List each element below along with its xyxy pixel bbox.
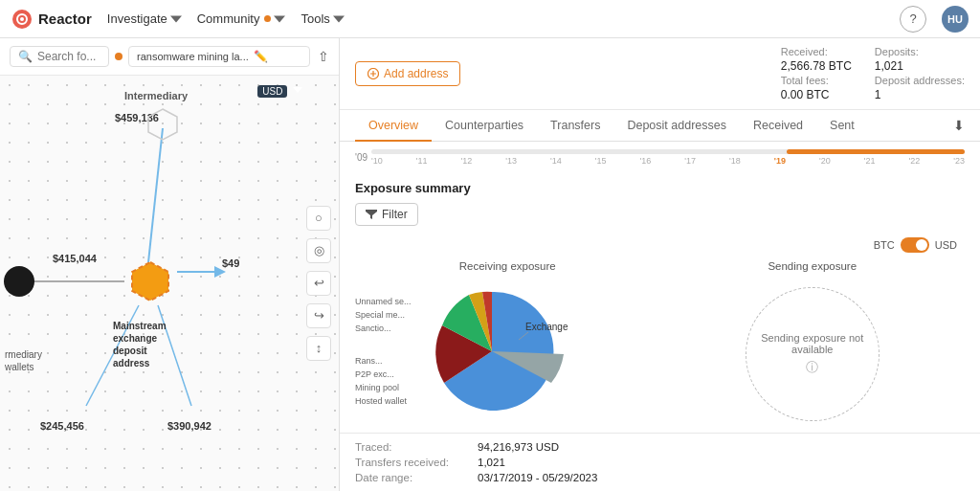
target-tool-button[interactable]: ◎ xyxy=(306,238,331,263)
timeline-track xyxy=(371,149,965,154)
timeline-fill xyxy=(787,149,965,154)
usd-badge-label: USD xyxy=(257,85,287,98)
graph-svg: Intermediary $459,1 xyxy=(0,76,325,487)
transfers-label: Transfers received: xyxy=(355,457,470,468)
nav-community[interactable]: Community xyxy=(197,11,286,26)
pie-label-mining: Mining pool xyxy=(355,383,412,392)
nav-tools[interactable]: Tools xyxy=(301,11,344,26)
label-chip: ransomware mining la... ✏️ xyxy=(128,46,310,67)
svg-point-2 xyxy=(20,17,24,21)
tab-transfers[interactable]: Transfers xyxy=(537,111,613,142)
svg-line-4 xyxy=(148,128,163,262)
info-icon: ⓘ xyxy=(806,359,818,376)
pie-label-rans: Rans... xyxy=(355,356,412,366)
graph-canvas[interactable]: USD Intermediary xyxy=(0,76,339,490)
tab-received[interactable]: Received xyxy=(740,111,816,142)
undo-button[interactable]: ↩ xyxy=(306,271,331,296)
year-labels: '10 '11 '12 '13 '14 '15 '16 '17 '18 '19 … xyxy=(371,156,965,166)
sending-chart-container: Sending exposure not available ⓘ xyxy=(660,278,966,421)
edit-icon[interactable]: ✏️ xyxy=(254,50,268,63)
circle-tool-button[interactable]: ○ xyxy=(306,206,331,231)
sending-unavailable-label: Sending exposure not available ⓘ xyxy=(746,332,879,376)
daterange-label: Date range: xyxy=(355,472,470,483)
traced-value: 94,216,973 USD xyxy=(478,441,559,453)
daterange-value: 03/17/2019 - 05/29/2023 xyxy=(478,472,597,483)
currency-toggle[interactable]: BTC USD xyxy=(874,237,957,253)
address-bar: Add address Received: 2,566.78 BTC Total… xyxy=(340,38,980,110)
receiving-exposure-section: Receiving exposure Unnamed se... Special… xyxy=(355,260,660,426)
footer-row-daterange: Date range: 03/17/2019 - 05/29/2023 xyxy=(355,472,965,483)
timeline-area: '09 '10 '11 '12 '13 '14 '15 '16 '17 '18 … xyxy=(340,142,980,173)
pie-label-unnamed: Unnamed se... xyxy=(355,297,412,306)
tab-counterparties[interactable]: Counterparties xyxy=(432,111,537,142)
reactor-logo-icon xyxy=(11,9,33,30)
sending-chart-title: Sending exposure xyxy=(660,260,966,272)
pie-labels-left: Unnamed se... Special me... Sanctio... R… xyxy=(355,278,412,406)
svg-text:Exchange: Exchange xyxy=(525,322,568,332)
svg-text:$245,456: $245,456 xyxy=(40,420,84,432)
svg-text:deposit: deposit xyxy=(113,346,147,356)
top-navigation: Reactor Investigate Community Tools ? HU xyxy=(0,0,980,38)
sending-exposure-section: Sending exposure Sending exposure not av… xyxy=(660,260,966,421)
exposure-charts-row: Receiving exposure Unnamed se... Special… xyxy=(355,260,965,426)
logo-text: Reactor xyxy=(38,11,92,27)
graph-panel: 🔍 ransomware mining la... ✏️ ⇧ USD I xyxy=(0,38,340,491)
pie-label-p2p: P2P exc... xyxy=(355,369,412,379)
toggle-thumb xyxy=(916,239,927,251)
logo-area[interactable]: Reactor xyxy=(11,9,92,30)
svg-text:rmediary: rmediary xyxy=(5,349,42,360)
receiving-pie-chart: Exchange xyxy=(415,278,568,426)
chevron-down-icon xyxy=(293,85,302,95)
receiving-chart-layout: Unnamed se... Special me... Sanctio... R… xyxy=(355,278,660,426)
filter-button[interactable]: Filter xyxy=(355,203,418,226)
tabs-bar: Overview Counterparties Transfers Deposi… xyxy=(340,110,980,142)
graph-tools: ○ ◎ ↩ ↪ ↕ xyxy=(306,206,331,361)
tab-deposit-addresses[interactable]: Deposit addresses xyxy=(613,111,740,142)
status-dot xyxy=(115,53,122,60)
share-icon[interactable]: ⇧ xyxy=(318,49,329,64)
timeline-bar-container: '10 '11 '12 '13 '14 '15 '16 '17 '18 '19 … xyxy=(371,149,965,166)
sort-button[interactable]: ↕ xyxy=(306,336,331,361)
tab-overview[interactable]: Overview xyxy=(355,111,432,142)
pie-label-sanctio: Sanctio... xyxy=(355,324,412,333)
right-panel: Add address Received: 2,566.78 BTC Total… xyxy=(340,38,980,491)
toggle-row: BTC USD xyxy=(355,237,965,253)
pie-label-special: Special me... xyxy=(355,310,412,320)
exposure-section: Exposure summary Filter BTC USD xyxy=(340,173,980,433)
svg-text:$390,942: $390,942 xyxy=(167,420,212,432)
nav-investigate[interactable]: Investigate xyxy=(107,11,182,26)
download-icon[interactable]: ⬇ xyxy=(953,110,965,141)
footer-stats: Traced: 94,216,973 USD Transfers receive… xyxy=(340,433,980,491)
chevron-down-icon xyxy=(170,13,182,25)
svg-marker-13 xyxy=(132,262,168,301)
svg-text:wallets: wallets xyxy=(4,362,34,372)
add-address-button[interactable]: Add address xyxy=(355,61,460,86)
tab-sent[interactable]: Sent xyxy=(816,111,868,142)
transfers-value: 1,021 xyxy=(478,457,505,468)
exposure-title: Exposure summary xyxy=(355,181,965,195)
currency-badge[interactable]: USD xyxy=(257,83,302,98)
help-button[interactable]: ? xyxy=(900,6,926,33)
search-input[interactable] xyxy=(37,50,100,63)
svg-text:exchange: exchange xyxy=(113,333,158,344)
search-input-wrap[interactable]: 🔍 xyxy=(10,46,109,67)
stats-group: Received: 2,566.78 BTC Total fees: 0.00 … xyxy=(781,46,965,101)
label-text: ransomware mining la... xyxy=(137,51,249,62)
received-stat: Received: 2,566.78 BTC Total fees: 0.00 … xyxy=(781,46,852,101)
usd-label: USD xyxy=(935,239,957,251)
svg-text:$415,044: $415,044 xyxy=(53,253,98,264)
user-avatar[interactable]: HU xyxy=(942,6,969,33)
pie-label-hosted: Hosted wallet xyxy=(355,396,412,406)
filter-icon xyxy=(366,210,377,219)
footer-row-transfers: Transfers received: 1,021 xyxy=(355,457,965,468)
plus-icon xyxy=(368,68,379,79)
btc-label: BTC xyxy=(874,239,895,251)
svg-text:Intermediary: Intermediary xyxy=(124,90,189,101)
main-layout: 🔍 ransomware mining la... ✏️ ⇧ USD I xyxy=(0,38,980,491)
redo-button[interactable]: ↪ xyxy=(306,303,331,328)
chevron-down-icon xyxy=(333,13,345,25)
community-notification-dot xyxy=(264,15,271,22)
sending-exposure-circle: Sending exposure not available ⓘ xyxy=(746,287,880,421)
search-icon: 🔍 xyxy=(18,50,33,63)
toggle-track[interactable] xyxy=(901,237,929,253)
